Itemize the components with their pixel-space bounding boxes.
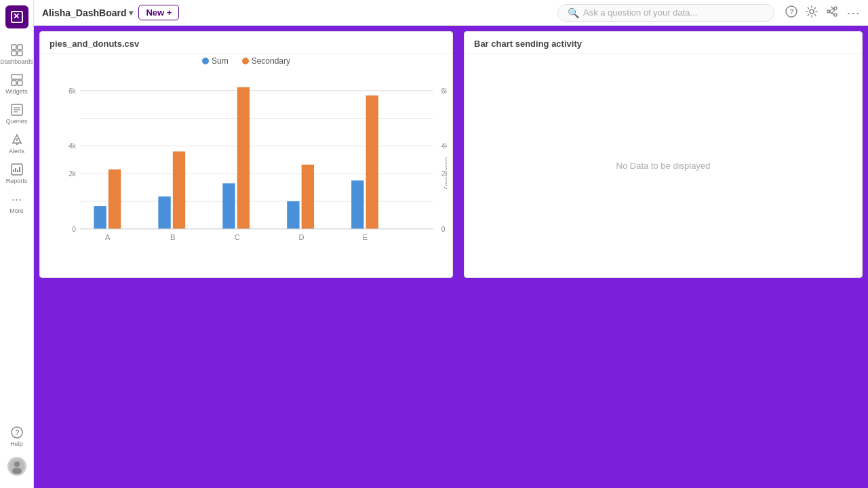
x-label-c: C [235,233,240,241]
sidebar-item-dashboards-label: Dashboards [0,58,33,65]
sidebar-item-dashboards[interactable]: Dashboards [0,39,33,69]
y-label-0-right: 0 [441,226,446,233]
header-actions: ? ⋯ [785,5,860,20]
sidebar-bottom: ? Help [7,422,26,483]
more-icon: ··· [10,192,24,206]
x-label-d: D [299,233,304,241]
bar-c-sum [222,183,235,228]
legend-secondary: Secondary [242,56,290,66]
svg-rect-1 [18,45,22,49]
y-label-4k-right: 4k [441,142,447,150]
more-options-button[interactable]: ⋯ [846,6,860,20]
bar-b-secondary [173,151,185,228]
legend-sum-label: Sum [212,56,229,66]
secondary-axis-label: Secondary [444,157,447,191]
header: Alisha_DashBoard ▾ New + 🔍 Ask a questio… [34,0,868,26]
legend-secondary-label: Secondary [252,56,290,66]
bar-d-secondary [302,165,314,229]
sidebar-item-alerts-label: Alerts [9,148,24,155]
sidebar-item-widgets[interactable]: Widgets [0,69,33,99]
dashboards-icon [10,43,24,57]
y-label-4k-left: 4k [68,142,77,150]
no-data-message: No Data to be displayed [616,161,711,171]
help-icon: ? [10,426,24,439]
sidebar-item-help-label: Help [10,441,23,447]
alerts-icon [10,133,24,146]
x-label-b: B [170,233,175,241]
svg-text:?: ? [15,429,19,436]
svg-rect-3 [18,51,22,56]
svg-point-27 [834,14,837,16]
bar-e-secondary [366,96,378,229]
avatar[interactable] [7,457,26,476]
x-label-e: E [363,233,368,241]
legend-sum: Sum [202,56,229,66]
x-label-a: A [105,233,111,241]
sidebar-item-reports[interactable]: Reports [0,159,33,188]
bar-b-sum [158,197,170,229]
bottom-area [34,283,868,488]
bar-a-sum [94,206,106,229]
y-label-2k-left: 2k [68,170,77,178]
search-bar[interactable]: 🔍 Ask a question of your data... [557,4,774,22]
svg-text:?: ? [790,8,794,16]
y-label-6k-right: 6k [441,87,447,95]
y-label-6k-left: 6k [68,87,77,95]
widgets-icon [10,73,24,87]
header-chevron-icon[interactable]: ▾ [129,8,133,18]
sidebar-item-more-label: More [9,207,24,214]
dashboard-title-text: Alisha_DashBoard [42,7,126,18]
search-placeholder-text: Ask a question of your data... [583,7,697,18]
left-chart-panel: pies_and_donuts.csv Sum Secondary [39,31,453,278]
chart-legend: Sum Secondary [45,56,447,66]
svg-rect-5 [12,81,16,85]
chart-svg-wrapper: 6k 4k 2k 0 6k 4k 2k 0 Secondary [45,68,447,272]
bar-c-secondary [237,87,250,229]
sum-dot [202,58,209,64]
charts-row: pies_and_donuts.csv Sum Secondary [34,26,868,283]
bar-chart-container: Sum Secondary [40,54,452,277]
right-chart-body: No Data to be displayed [465,54,862,277]
svg-point-21 [14,462,20,467]
left-chart-title: pies_and_donuts.csv [40,32,452,54]
svg-rect-4 [12,75,22,79]
bar-d-sum [287,201,299,229]
logo-button[interactable]: ✕ [5,5,28,28]
sidebar-item-queries[interactable]: Queries [0,99,33,129]
search-icon: 🔍 [568,7,579,18]
y-label-0-left: 0 [72,226,76,233]
secondary-dot [242,58,249,64]
bar-e-sum [351,180,363,228]
svg-rect-0 [12,45,16,49]
reports-icon [10,163,24,176]
logo-icon: ✕ [11,11,23,23]
right-chart-title: Bar chart sending activity [465,32,862,54]
sidebar-item-more[interactable]: ··· More [0,188,33,218]
svg-rect-6 [18,81,22,85]
sidebar-item-widgets-label: Widgets [5,88,28,95]
queries-icon [10,103,24,117]
right-chart-panel: Bar chart sending activity No Data to be… [464,31,863,278]
svg-rect-2 [12,51,16,56]
bar-chart-svg: 6k 4k 2k 0 6k 4k 2k 0 Secondary [45,68,447,272]
main-content: Alisha_DashBoard ▾ New + 🔍 Ask a questio… [34,0,868,488]
dashboard-title: Alisha_DashBoard ▾ [42,7,133,18]
sidebar-item-alerts[interactable]: Alerts [0,129,33,159]
share-button[interactable] [826,5,838,20]
sidebar-item-queries-label: Queries [6,118,28,125]
sidebar-item-reports-label: Reports [6,178,28,184]
sidebar-item-help[interactable]: ? Help [7,422,26,451]
svg-point-25 [810,9,814,14]
settings-button[interactable] [806,5,818,20]
new-button[interactable]: New + [138,5,179,20]
bar-a-secondary [108,169,121,229]
help-question-button[interactable]: ? [785,5,797,20]
svg-point-26 [834,7,837,9]
sidebar: ✕ Dashboards Widgets [0,0,34,488]
dashboard-area: pies_and_donuts.csv Sum Secondary [34,26,868,488]
svg-point-11 [16,144,17,145]
